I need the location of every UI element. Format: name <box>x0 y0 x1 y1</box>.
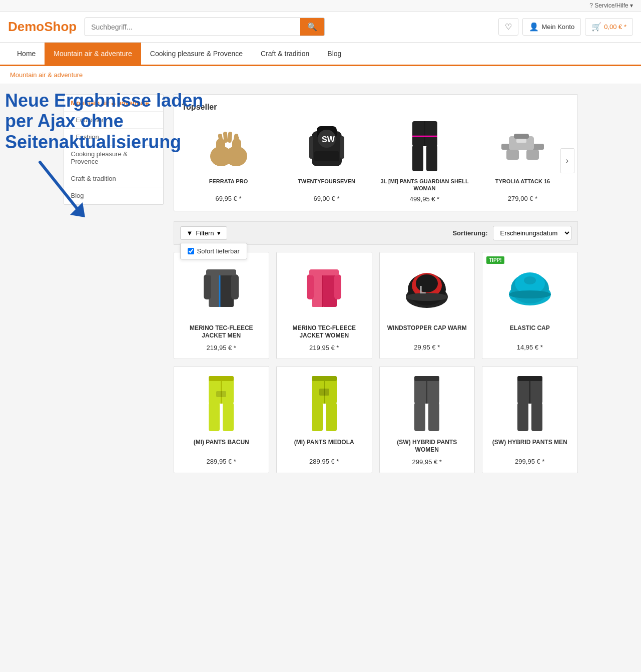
search-input[interactable] <box>85 18 300 36</box>
main-nav: Home Mountain air & adventure Cooking pl… <box>0 43 641 66</box>
product-6-name: (MI) PANTS MEDOLA <box>284 439 365 454</box>
svg-rect-35 <box>206 269 236 275</box>
topseller-item-4[interactable]: TYROLIA ATTACK 16 279,00 € * <box>476 119 569 203</box>
product-2-price: 219,95 € * <box>284 344 365 352</box>
nav-item-home[interactable]: Home <box>8 43 45 65</box>
pants-bacun-image <box>206 376 236 431</box>
svg-rect-58 <box>209 376 234 381</box>
hybrid-pants-men-image <box>515 376 545 431</box>
carousel-next-button[interactable]: › <box>560 148 574 173</box>
sidebar: Mountain air & adventure Equipment Fashi… <box>64 94 164 483</box>
svg-text:L: L <box>419 283 426 296</box>
ts4-price: 279,00 € * <box>476 195 569 202</box>
pants-medola-image <box>309 376 339 431</box>
svg-rect-62 <box>312 403 323 431</box>
product-card-2[interactable]: MERINO TEC-FLEECE JACKET WOMEN 219,95 € … <box>276 252 372 359</box>
svg-rect-65 <box>319 389 329 396</box>
ts3-price: 499,95 € * <box>378 195 471 203</box>
svg-rect-27 <box>526 150 539 160</box>
nav-item-blog[interactable]: Blog <box>318 43 350 65</box>
svg-rect-42 <box>309 269 339 275</box>
sofort-lieferbar-option[interactable]: Sofort lieferbar <box>188 247 240 255</box>
svg-rect-34 <box>231 274 239 299</box>
search-button[interactable]: 🔍 <box>300 18 324 36</box>
sort-select[interactable]: Erscheinungsdatum Preis aufsteigend Name <box>493 226 571 240</box>
product-card-4[interactable]: TIPP! ELASTIC CAP 14,95 € * <box>482 252 578 359</box>
nav-item-cooking[interactable]: Cooking pleasure & Provence <box>141 43 252 65</box>
product-card-5[interactable]: (MI) PANTS BACUN 289,95 € * <box>174 366 270 473</box>
top-bar: ? Service/Hilfe ▾ <box>0 0 641 12</box>
product-card-3[interactable]: L WINDSTOPPER CAP WARM 29,95 € * <box>379 252 475 359</box>
product-1-price: 219,95 € * <box>181 344 262 352</box>
sidebar-item-craft[interactable]: Craft & tradition <box>64 170 163 187</box>
product-card-1[interactable]: MERINO TEC-FLEECE JACKET MEN 219,95 € * <box>174 252 270 359</box>
ts1-price: 69,95 € * <box>182 195 275 202</box>
sidebar-item-blog[interactable]: Blog <box>64 187 163 204</box>
header: DemoShop 🔍 ♡ 👤 Mein Konto 🛒 0,00 € * <box>0 12 641 43</box>
topseller-item-2[interactable]: SW TWENTYFOURSEVEN 69,00 € * <box>280 119 373 203</box>
nav-item-mountain[interactable]: Mountain air & adventure <box>45 43 141 65</box>
filter-button[interactable]: ▼ Filtern ▾ <box>180 226 227 240</box>
account-button[interactable]: 👤 Mein Konto <box>522 18 581 36</box>
guardian-pants-image <box>410 121 440 171</box>
gloves-image <box>206 124 251 169</box>
sort-label: Sortierung: <box>452 229 487 237</box>
filter-chevron: ▾ <box>217 229 221 237</box>
logo[interactable]: DemoShop <box>8 19 77 35</box>
sidebar-item-mountain[interactable]: Mountain air & adventure <box>64 95 163 112</box>
header-actions: ♡ 👤 Mein Konto 🛒 0,00 € * <box>498 18 633 36</box>
product-card-6[interactable]: (MI) PANTS MEDOLA 289,95 € * <box>276 366 372 473</box>
filter-bar: ▼ Filtern ▾ Sofort lieferbar Sortierung:… <box>174 221 578 245</box>
heart-icon: ♡ <box>505 22 512 32</box>
breadcrumb-link[interactable]: Mountain air & adventure <box>10 71 83 79</box>
sidebar-item-fashion[interactable]: Fashion <box>64 129 163 146</box>
topseller-item-1[interactable]: FERRATA PRO 69,95 € * <box>182 119 275 203</box>
search-bar: 🔍 <box>85 18 325 36</box>
ts3-name: 3L [MI] PANTS GUARDIAN SHELL WOMAN <box>378 178 471 192</box>
product-1-name: MERINO TEC-FLEECE JACKET MEN <box>181 324 262 340</box>
svg-rect-73 <box>517 403 528 431</box>
nav-item-craft[interactable]: Craft & tradition <box>252 43 318 65</box>
svg-rect-15 <box>314 151 339 161</box>
svg-rect-74 <box>531 403 542 431</box>
hybrid-pants-women-image <box>412 376 442 431</box>
product-4-name: ELASTIC CAP <box>489 324 570 340</box>
content-area: Topseller <box>174 94 578 483</box>
sofort-lieferbar-checkbox[interactable] <box>188 248 194 254</box>
cart-icon: 🛒 <box>591 22 601 32</box>
service-link[interactable]: ? Service/Hilfe <box>589 2 628 9</box>
product-8-price: 299,95 € * <box>489 458 570 465</box>
jacket-men-image <box>201 262 241 317</box>
cart-label: 0,00 € * <box>604 23 626 31</box>
sidebar-item-cooking[interactable]: Cooking pleasure & Provence <box>64 146 163 170</box>
svg-point-47 <box>406 293 448 301</box>
svg-rect-75 <box>517 376 542 381</box>
svg-point-52 <box>509 290 551 298</box>
main-container: Mountain air & adventure Equipment Fashi… <box>56 84 586 493</box>
breadcrumb: Mountain air & adventure <box>0 66 641 84</box>
svg-rect-69 <box>428 403 439 431</box>
sidebar-item-equipment[interactable]: Equipment <box>64 112 163 129</box>
svg-rect-56 <box>209 403 220 431</box>
svg-rect-57 <box>223 403 234 431</box>
dropdown-icon: ▾ <box>630 2 633 9</box>
svg-rect-16 <box>309 136 313 159</box>
filter-dropdown: Sofort lieferbar <box>180 243 247 259</box>
filter-label: Filtern <box>196 229 214 237</box>
topseller-item-3[interactable]: 3L [MI] PANTS GUARDIAN SHELL WOMAN 499,9… <box>378 119 471 203</box>
svg-rect-63 <box>326 403 337 431</box>
product-card-8[interactable]: (SW) HYBRID PANTS MEN 299,95 € * <box>482 366 578 473</box>
wishlist-button[interactable]: ♡ <box>498 18 518 36</box>
svg-rect-33 <box>204 274 211 299</box>
svg-rect-41 <box>334 274 341 299</box>
svg-rect-59 <box>216 391 226 397</box>
product-4-price: 14,95 € * <box>489 344 570 351</box>
product-grid: MERINO TEC-FLEECE JACKET MEN 219,95 € * <box>174 252 578 473</box>
product-8-name: (SW) HYBRID PANTS MEN <box>489 439 570 454</box>
bindings-image <box>499 126 546 166</box>
cart-button[interactable]: 🛒 0,00 € * <box>585 18 633 36</box>
product-card-7[interactable]: (SW) HYBRID PANTS WOMEN 299,95 € * <box>379 366 475 473</box>
svg-rect-25 <box>514 134 529 139</box>
svg-rect-8 <box>227 132 232 143</box>
logo-normal: Shop <box>44 19 77 34</box>
